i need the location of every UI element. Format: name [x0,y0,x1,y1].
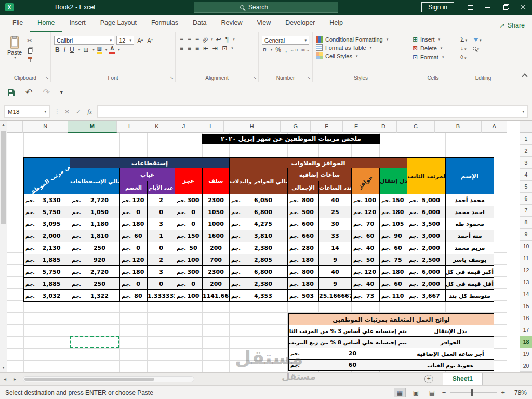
cell-name[interactable]: مريم محمد [446,242,494,254]
enter-icon[interactable]: ✓ [76,108,81,115]
column-header-E[interactable]: E [343,121,370,133]
cell-transport[interactable]: جم.60 [380,242,407,254]
cell-name[interactable]: منة أحمد [446,230,494,242]
cell-overtime_total[interactable]: جم.180 [288,278,319,290]
sort-filter-icon[interactable]: ▾ [473,36,482,43]
search-box[interactable]: Search [194,2,338,13]
currency-format-icon[interactable]: ¤ [262,46,268,54]
cell-days[interactable]: 3 [148,266,175,278]
row-header-18[interactable]: 18 [520,336,532,348]
tab-file[interactable]: File [5,15,30,32]
cell-total_deductions[interactable]: جم.250 [70,278,120,290]
cell-total_incentives[interactable]: جم.2,380 [230,242,288,254]
find-select-icon[interactable]: ▾ [473,45,480,52]
font-name-select[interactable]: Calibri▾ [54,36,114,45]
cell-total_deductions[interactable]: جم.1,322 [70,290,120,302]
page-break-view-icon[interactable]: ▤ [426,388,438,397]
column-header-N[interactable]: N [23,121,68,133]
cell-base[interactable]: جم.6,000 [407,266,446,278]
cell-overtime_total[interactable]: جم.180 [288,254,319,266]
delete-cells-button[interactable]: ⊠Delete▾ [413,45,454,52]
row-header-4[interactable]: 4 [520,169,532,181]
rule-value[interactable]: يتم إحتسابه علي أساس 3 % من المرتب الثاب… [289,325,407,337]
cell-transport[interactable]: جم.180 [380,206,407,218]
cell-absence_deduction[interactable]: جم.180 [120,218,148,230]
header-deficit[interactable]: عجز [175,168,203,194]
row-header-14[interactable]: 14 [520,288,532,300]
row-header-6[interactable]: 6 [520,193,532,205]
paste-button[interactable]: Paste▾ [3,34,26,63]
vertical-scroll-thumb[interactable] [1,131,6,224]
expand-formula-bar-icon[interactable]: ▾ [522,110,524,114]
tab-insert[interactable]: Insert [62,15,93,32]
cell-base[interactable]: جم.2,000 [407,278,446,290]
cell-base[interactable]: جم.2,500 [407,254,446,266]
cell-hours[interactable]: 25.166667 [319,290,352,302]
decrease-font-icon[interactable]: A▾ [146,36,154,45]
cell-total_deductions[interactable]: جم.1,180 [70,218,120,230]
cell-total_deductions[interactable]: جم.1,810 [70,230,120,242]
cell-transport[interactable]: جم.110 [380,290,407,302]
cell-overtime_total[interactable]: جم.503 [288,290,319,302]
minimize-button[interactable] [479,0,497,15]
header-transport[interactable]: بدل إنتقال [380,168,407,194]
tab-review[interactable]: Review [214,15,249,32]
cell-name[interactable]: متوسط كل بند [446,290,494,302]
column-header-G[interactable]: G [281,121,311,133]
clipboard-dialog-launcher-icon[interactable]: ↘ [45,76,49,81]
column-header-I[interactable]: I [197,121,224,133]
cell-absence_deduction[interactable]: جم.180 [120,266,148,278]
cell-base[interactable]: جم.5,000 [407,194,446,206]
row-header-8[interactable]: 8 [520,217,532,229]
cell-transport[interactable]: جم.60 [380,278,407,290]
select-all-corner[interactable] [520,121,532,133]
rule-value[interactable]: جم.60 [289,360,407,371]
cell-net[interactable]: جم.2,130 [24,242,70,254]
cell-advances[interactable]: 1050 [203,206,230,218]
cell-net[interactable]: جم.1,885 [24,278,70,290]
cell-total_incentives[interactable]: جم.4,275 [230,218,288,230]
header-overtime[interactable]: ساعات إضافية [288,168,352,181]
cell-overtime_total[interactable]: جم.800 [288,194,319,206]
sheet-tab-sheet1[interactable]: Sheet1 [443,373,483,386]
cell-deficit[interactable]: جم.0 [175,206,203,218]
row-header-16[interactable]: 16 [520,312,532,324]
scroll-up-icon[interactable]: ▴ [0,121,7,129]
tab-data[interactable]: Data [185,15,214,32]
normal-view-icon[interactable]: ▦ [394,388,406,397]
cell-absence_deduction[interactable]: جم.80 [120,290,148,302]
cell-incentives[interactable]: جم.120 [352,206,380,218]
zoom-in-icon[interactable]: + [501,389,505,396]
cell-total_deductions[interactable]: جم.250 [70,242,120,254]
zoom-slider-thumb[interactable] [471,389,473,396]
alignment-dialog-launcher-icon[interactable]: ↘ [252,76,257,81]
cell-total_incentives[interactable]: جم.2,380 [230,278,288,290]
header-total-incentives[interactable]: إجمالي الحوافز والبدلات [230,168,288,194]
column-header-J[interactable]: J [170,121,197,133]
clear-icon[interactable]: ◊▾ [460,54,466,61]
align-middle-icon[interactable]: ≡ [187,36,192,43]
new-sheet-icon[interactable]: + [424,375,433,383]
cell-transport[interactable]: جم.75 [380,254,407,266]
sheet-title-cell[interactable]: ملخص مرتبات الموظفين عن شهر إبريل ٢٠٢٠ [202,134,380,144]
cell-total_incentives[interactable]: جم.6,800 [230,266,288,278]
cell-total_deductions[interactable]: جم.920 [70,254,120,266]
tab-page-layout[interactable]: Page Layout [93,15,144,32]
align-right-icon[interactable]: ≡ [194,45,200,52]
sign-in-button[interactable]: Sign in [421,2,454,12]
row-header-3[interactable]: 3 [520,157,532,169]
previous-sheet-icon[interactable]: ◂ [0,376,10,382]
zoom-level[interactable]: 78% [509,389,527,396]
row-header-2[interactable]: 2 [520,145,532,157]
number-format-select[interactable]: General▾ [262,36,309,45]
cell-total_incentives[interactable]: جم.6,800 [230,206,288,218]
column-header-D[interactable]: D [370,121,397,133]
cell-net[interactable]: جم.3,330 [24,194,70,206]
cell-incentives[interactable]: جم.60 [352,230,380,242]
rule-label[interactable]: أجر ساعة العمل الإضافية [407,348,494,360]
text-direction-icon[interactable]: ¶ [224,36,230,43]
save-icon[interactable] [7,89,15,97]
cell-hours[interactable]: 30 [319,218,352,230]
cell-deficit[interactable]: جم.50 [175,242,203,254]
cell-days[interactable]: 1 [148,230,175,242]
